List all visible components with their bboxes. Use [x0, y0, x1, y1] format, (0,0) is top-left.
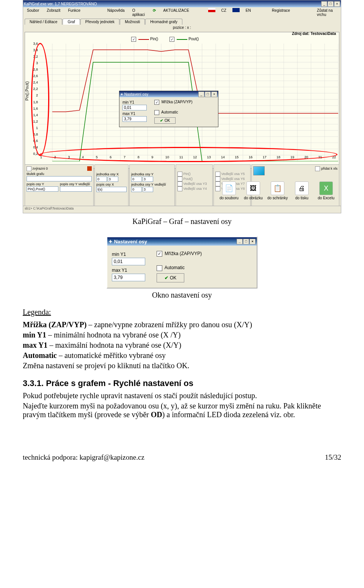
- page-footer: technická podpora: kapigraf@kapizone.cz …: [23, 453, 341, 462]
- menu-zobrazit[interactable]: Zobrazit: [45, 8, 62, 17]
- lang-cz[interactable]: CZ: [220, 8, 228, 17]
- grid-checkbox[interactable]: ✓: [154, 100, 159, 105]
- lang-en[interactable]: EN: [244, 8, 253, 17]
- window-titlebar: KaPiGraf.exe ver. 1,7 NEREGISTROVÁNO _ □…: [23, 0, 341, 7]
- excel-icon: X: [319, 181, 333, 195]
- footer-support: technická podpora: kapigraf@kapizone.cz: [23, 453, 144, 462]
- export-excel[interactable]: Xdo Excelu: [315, 181, 337, 200]
- flag-cz-icon[interactable]: [208, 8, 215, 12]
- export-image[interactable]: 🖼do obrázku: [242, 181, 264, 200]
- d2-auto-label: Automatic: [165, 265, 185, 270]
- d2-ok-button[interactable]: ✔OK: [157, 273, 184, 282]
- image-icon: 🖼: [246, 181, 260, 195]
- footer-page-number: 15/32: [325, 453, 341, 462]
- d2-min-input[interactable]: [112, 258, 145, 265]
- unit-x-max[interactable]: [108, 177, 118, 182]
- d2-max-input[interactable]: [112, 274, 145, 281]
- xlabel-input[interactable]: [96, 187, 127, 192]
- d2-auto-checkbox[interactable]: [157, 265, 162, 271]
- check-icon: ✔: [160, 118, 163, 123]
- d2-grid-checkbox[interactable]: ✓: [157, 251, 162, 257]
- figure-caption: KaPiGraf – Graf – nastavení osy: [23, 217, 341, 226]
- figure-subcaption: Okno nastavení osy: [23, 291, 341, 300]
- menu-napoveda[interactable]: Nápověda: [106, 8, 126, 17]
- unit-y-max[interactable]: [143, 177, 153, 182]
- series-y4-checkbox[interactable]: [177, 186, 182, 191]
- unit-x-min[interactable]: [96, 177, 107, 182]
- min-y1-label: min Y1: [122, 100, 147, 104]
- automatic-label: Automatic: [161, 110, 178, 114]
- export-print[interactable]: 🖨do tisku: [291, 181, 313, 200]
- ylabel2-input[interactable]: [60, 186, 92, 192]
- dlg-close-icon[interactable]: ×: [211, 91, 217, 97]
- close-icon[interactable]: ×: [334, 1, 340, 7]
- window-title: KaPiGraf.exe ver. 1,7 NEREGISTROVÁNO: [24, 2, 97, 6]
- legenda-heading: Legenda:: [23, 308, 341, 317]
- chart-title-input[interactable]: [27, 176, 92, 181]
- max-y1-input[interactable]: [122, 116, 147, 122]
- menu-stay-on-top[interactable]: Zůstat na vrchu: [315, 8, 339, 17]
- menu-funkce[interactable]: Funkce: [66, 8, 82, 17]
- chart-title: Zdroj dat: TestovaciData: [292, 32, 336, 36]
- printer-icon: 🖨: [295, 181, 309, 195]
- d2-max-label: max Y1: [112, 268, 145, 273]
- ok-button[interactable]: ✔OK: [154, 117, 176, 124]
- y-axis-label: Pin(),Pout(): [25, 81, 29, 101]
- d2-grid-label: Mřížka (ZAP/VYP): [165, 251, 202, 256]
- chart-legend: ✓Pin() ✓Pout(): [131, 37, 199, 42]
- export-clipboard[interactable]: 📋do schránky: [267, 181, 289, 200]
- tab-moznosti[interactable]: Možnosti: [120, 19, 145, 25]
- dlg2-min-icon[interactable]: _: [237, 239, 243, 244]
- tab-prevody[interactable]: Převody jednotek: [80, 19, 119, 25]
- series-y3-checkbox[interactable]: [177, 181, 182, 186]
- unit-y2-min[interactable]: [131, 187, 142, 192]
- menu-oaplikaci[interactable]: O aplikaci: [131, 8, 147, 17]
- dlg-max-icon[interactable]: □: [205, 91, 211, 97]
- ylabel-input[interactable]: [27, 186, 58, 192]
- export-file[interactable]: 📄do souboru: [218, 181, 240, 200]
- minimize-icon[interactable]: _: [321, 1, 327, 7]
- annotation-ellipse-yaxis: [31, 43, 49, 156]
- unit-y-min[interactable]: [131, 177, 142, 182]
- menu-aktualizace[interactable]: AKTUALIZACE: [162, 8, 191, 17]
- dlg-min-icon[interactable]: _: [198, 91, 204, 97]
- axis-settings-dialog-inline: ✦ Nastavení osy _□× min Y1 max Y1 ✓ Mříž…: [119, 91, 218, 127]
- main-menubar: Soubor Zobrazit Funkce Nápověda O aplika…: [23, 7, 341, 18]
- flag-en-icon[interactable]: [232, 8, 240, 12]
- automatic-checkbox[interactable]: [154, 110, 159, 115]
- legend-pin[interactable]: ✓Pin(): [131, 37, 158, 42]
- app-screenshot: KaPiGraf.exe ver. 1,7 NEREGISTROVÁNO _ □…: [23, 0, 341, 213]
- chart-area[interactable]: Zdroj dat: TestovaciData ✓Pin() ✓Pout() …: [25, 32, 339, 169]
- dlg2-max-icon[interactable]: □: [243, 239, 249, 244]
- maximize-icon[interactable]: □: [328, 1, 334, 7]
- menu-soubor[interactable]: Soubor: [25, 8, 41, 17]
- legend-pout[interactable]: ✓Pout(): [169, 37, 199, 42]
- series-pout-checkbox[interactable]: [177, 177, 182, 181]
- update-icon[interactable]: ⟳: [151, 8, 157, 17]
- dialog-icon: ✦: [120, 92, 123, 96]
- series-y6-checkbox[interactable]: [215, 177, 220, 181]
- dialog-title: Nastavení osy: [124, 92, 148, 96]
- file-icon: 📄: [222, 181, 236, 195]
- led-red-icon: [87, 166, 92, 171]
- menu-registrace[interactable]: Registrace: [270, 8, 292, 17]
- chart-type-icon[interactable]: [253, 166, 265, 175]
- dlg2-close-icon[interactable]: ×: [249, 239, 256, 244]
- check-icon: ✔: [165, 275, 168, 281]
- status-bar: sb1> C:\KaPiGraf\TestovaciData: [23, 206, 341, 213]
- tab-hromadne[interactable]: Hromadné grafy: [145, 19, 182, 25]
- unit-y2-max[interactable]: [143, 187, 153, 192]
- min-y1-input[interactable]: [122, 105, 147, 110]
- clipboard-icon: 📋: [271, 181, 284, 195]
- series-pin-checkbox[interactable]: [177, 172, 182, 177]
- pridat-xls-checkbox[interactable]: [315, 166, 320, 171]
- series-y5-checkbox[interactable]: [215, 172, 220, 177]
- d2-min-label: min Y1: [112, 252, 145, 257]
- max-y1-label: max Y1: [122, 112, 147, 116]
- y-tick: 3,6: [30, 42, 38, 46]
- dialog2-title: Nastavení osy: [114, 239, 147, 244]
- export-buttons: 📄do souboru 🖼do obrázku 📋do schránky 🖨do…: [218, 181, 337, 200]
- zvyrazni0-checkbox[interactable]: [27, 166, 31, 171]
- tab-graf[interactable]: Graf: [63, 19, 80, 25]
- tab-nahled[interactable]: Náhled / Editace: [25, 19, 62, 25]
